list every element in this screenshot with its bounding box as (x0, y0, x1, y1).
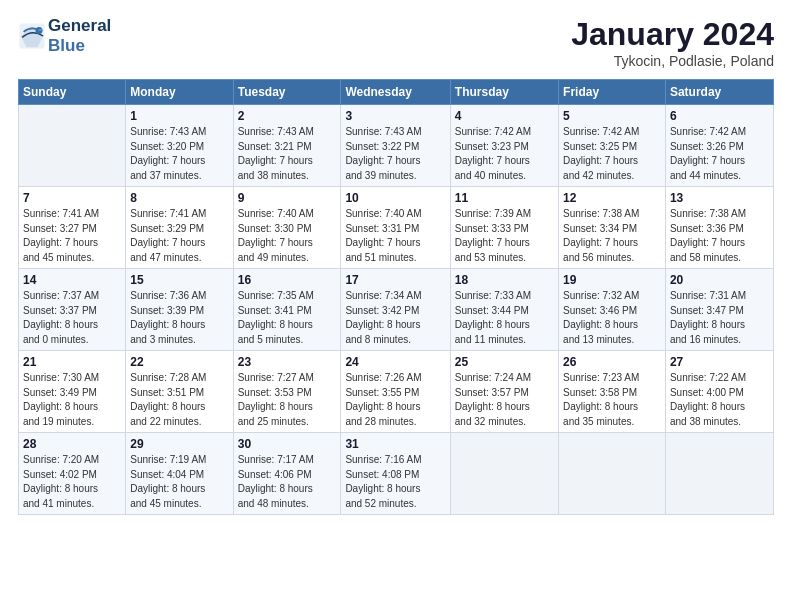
calendar-cell: 28Sunrise: 7:20 AM Sunset: 4:02 PM Dayli… (19, 433, 126, 515)
day-info: Sunrise: 7:40 AM Sunset: 3:30 PM Dayligh… (238, 207, 337, 265)
calendar-cell: 27Sunrise: 7:22 AM Sunset: 4:00 PM Dayli… (665, 351, 773, 433)
logo: General Blue (18, 16, 111, 55)
day-info: Sunrise: 7:24 AM Sunset: 3:57 PM Dayligh… (455, 371, 554, 429)
calendar-cell: 11Sunrise: 7:39 AM Sunset: 3:33 PM Dayli… (450, 187, 558, 269)
day-number: 11 (455, 191, 554, 205)
logo-text: General Blue (48, 16, 111, 55)
day-info: Sunrise: 7:41 AM Sunset: 3:27 PM Dayligh… (23, 207, 121, 265)
day-number: 6 (670, 109, 769, 123)
month-title: January 2024 (571, 16, 774, 53)
calendar-cell (665, 433, 773, 515)
day-number: 4 (455, 109, 554, 123)
calendar-header-row: SundayMondayTuesdayWednesdayThursdayFrid… (19, 80, 774, 105)
day-header-saturday: Saturday (665, 80, 773, 105)
day-number: 24 (345, 355, 445, 369)
calendar-week-3: 21Sunrise: 7:30 AM Sunset: 3:49 PM Dayli… (19, 351, 774, 433)
day-number: 25 (455, 355, 554, 369)
calendar-cell: 9Sunrise: 7:40 AM Sunset: 3:30 PM Daylig… (233, 187, 341, 269)
calendar-cell: 19Sunrise: 7:32 AM Sunset: 3:46 PM Dayli… (559, 269, 666, 351)
day-info: Sunrise: 7:34 AM Sunset: 3:42 PM Dayligh… (345, 289, 445, 347)
day-number: 29 (130, 437, 228, 451)
calendar-week-4: 28Sunrise: 7:20 AM Sunset: 4:02 PM Dayli… (19, 433, 774, 515)
calendar-cell: 7Sunrise: 7:41 AM Sunset: 3:27 PM Daylig… (19, 187, 126, 269)
calendar-cell (19, 105, 126, 187)
calendar-cell: 6Sunrise: 7:42 AM Sunset: 3:26 PM Daylig… (665, 105, 773, 187)
day-info: Sunrise: 7:36 AM Sunset: 3:39 PM Dayligh… (130, 289, 228, 347)
calendar-cell: 29Sunrise: 7:19 AM Sunset: 4:04 PM Dayli… (126, 433, 233, 515)
day-number: 13 (670, 191, 769, 205)
day-info: Sunrise: 7:19 AM Sunset: 4:04 PM Dayligh… (130, 453, 228, 511)
day-info: Sunrise: 7:35 AM Sunset: 3:41 PM Dayligh… (238, 289, 337, 347)
day-info: Sunrise: 7:41 AM Sunset: 3:29 PM Dayligh… (130, 207, 228, 265)
day-number: 17 (345, 273, 445, 287)
calendar-cell: 31Sunrise: 7:16 AM Sunset: 4:08 PM Dayli… (341, 433, 450, 515)
day-number: 10 (345, 191, 445, 205)
day-info: Sunrise: 7:23 AM Sunset: 3:58 PM Dayligh… (563, 371, 661, 429)
day-header-monday: Monday (126, 80, 233, 105)
day-number: 31 (345, 437, 445, 451)
calendar-cell: 20Sunrise: 7:31 AM Sunset: 3:47 PM Dayli… (665, 269, 773, 351)
calendar-cell: 14Sunrise: 7:37 AM Sunset: 3:37 PM Dayli… (19, 269, 126, 351)
calendar-cell: 8Sunrise: 7:41 AM Sunset: 3:29 PM Daylig… (126, 187, 233, 269)
day-info: Sunrise: 7:20 AM Sunset: 4:02 PM Dayligh… (23, 453, 121, 511)
day-info: Sunrise: 7:43 AM Sunset: 3:21 PM Dayligh… (238, 125, 337, 183)
calendar-cell: 2Sunrise: 7:43 AM Sunset: 3:21 PM Daylig… (233, 105, 341, 187)
day-info: Sunrise: 7:42 AM Sunset: 3:25 PM Dayligh… (563, 125, 661, 183)
day-number: 3 (345, 109, 445, 123)
day-number: 12 (563, 191, 661, 205)
day-number: 28 (23, 437, 121, 451)
day-number: 9 (238, 191, 337, 205)
day-info: Sunrise: 7:31 AM Sunset: 3:47 PM Dayligh… (670, 289, 769, 347)
calendar-cell: 22Sunrise: 7:28 AM Sunset: 3:51 PM Dayli… (126, 351, 233, 433)
day-header-friday: Friday (559, 80, 666, 105)
day-number: 30 (238, 437, 337, 451)
calendar-cell (559, 433, 666, 515)
day-info: Sunrise: 7:17 AM Sunset: 4:06 PM Dayligh… (238, 453, 337, 511)
calendar-cell: 5Sunrise: 7:42 AM Sunset: 3:25 PM Daylig… (559, 105, 666, 187)
calendar-cell: 16Sunrise: 7:35 AM Sunset: 3:41 PM Dayli… (233, 269, 341, 351)
title-block: January 2024 Tykocin, Podlasie, Poland (571, 16, 774, 69)
day-number: 2 (238, 109, 337, 123)
day-info: Sunrise: 7:33 AM Sunset: 3:44 PM Dayligh… (455, 289, 554, 347)
calendar-cell: 10Sunrise: 7:40 AM Sunset: 3:31 PM Dayli… (341, 187, 450, 269)
day-header-sunday: Sunday (19, 80, 126, 105)
calendar-cell: 30Sunrise: 7:17 AM Sunset: 4:06 PM Dayli… (233, 433, 341, 515)
calendar-cell: 12Sunrise: 7:38 AM Sunset: 3:34 PM Dayli… (559, 187, 666, 269)
day-number: 1 (130, 109, 228, 123)
day-info: Sunrise: 7:22 AM Sunset: 4:00 PM Dayligh… (670, 371, 769, 429)
header: General Blue January 2024 Tykocin, Podla… (18, 16, 774, 69)
day-number: 5 (563, 109, 661, 123)
calendar-cell: 25Sunrise: 7:24 AM Sunset: 3:57 PM Dayli… (450, 351, 558, 433)
day-info: Sunrise: 7:42 AM Sunset: 3:26 PM Dayligh… (670, 125, 769, 183)
calendar-cell: 26Sunrise: 7:23 AM Sunset: 3:58 PM Dayli… (559, 351, 666, 433)
calendar-cell: 18Sunrise: 7:33 AM Sunset: 3:44 PM Dayli… (450, 269, 558, 351)
day-info: Sunrise: 7:40 AM Sunset: 3:31 PM Dayligh… (345, 207, 445, 265)
svg-point-2 (36, 26, 43, 33)
calendar-cell: 15Sunrise: 7:36 AM Sunset: 3:39 PM Dayli… (126, 269, 233, 351)
day-info: Sunrise: 7:32 AM Sunset: 3:46 PM Dayligh… (563, 289, 661, 347)
calendar-cell: 4Sunrise: 7:42 AM Sunset: 3:23 PM Daylig… (450, 105, 558, 187)
day-number: 7 (23, 191, 121, 205)
calendar-week-1: 7Sunrise: 7:41 AM Sunset: 3:27 PM Daylig… (19, 187, 774, 269)
calendar-table: SundayMondayTuesdayWednesdayThursdayFrid… (18, 79, 774, 515)
day-info: Sunrise: 7:37 AM Sunset: 3:37 PM Dayligh… (23, 289, 121, 347)
day-info: Sunrise: 7:43 AM Sunset: 3:22 PM Dayligh… (345, 125, 445, 183)
calendar-cell: 23Sunrise: 7:27 AM Sunset: 3:53 PM Dayli… (233, 351, 341, 433)
logo-icon (18, 22, 46, 50)
day-number: 21 (23, 355, 121, 369)
day-info: Sunrise: 7:42 AM Sunset: 3:23 PM Dayligh… (455, 125, 554, 183)
day-info: Sunrise: 7:26 AM Sunset: 3:55 PM Dayligh… (345, 371, 445, 429)
day-header-thursday: Thursday (450, 80, 558, 105)
day-number: 26 (563, 355, 661, 369)
day-number: 8 (130, 191, 228, 205)
day-number: 18 (455, 273, 554, 287)
day-info: Sunrise: 7:38 AM Sunset: 3:34 PM Dayligh… (563, 207, 661, 265)
day-info: Sunrise: 7:27 AM Sunset: 3:53 PM Dayligh… (238, 371, 337, 429)
calendar-cell: 13Sunrise: 7:38 AM Sunset: 3:36 PM Dayli… (665, 187, 773, 269)
day-number: 15 (130, 273, 228, 287)
calendar-cell: 17Sunrise: 7:34 AM Sunset: 3:42 PM Dayli… (341, 269, 450, 351)
day-number: 16 (238, 273, 337, 287)
day-info: Sunrise: 7:28 AM Sunset: 3:51 PM Dayligh… (130, 371, 228, 429)
day-header-wednesday: Wednesday (341, 80, 450, 105)
day-number: 14 (23, 273, 121, 287)
